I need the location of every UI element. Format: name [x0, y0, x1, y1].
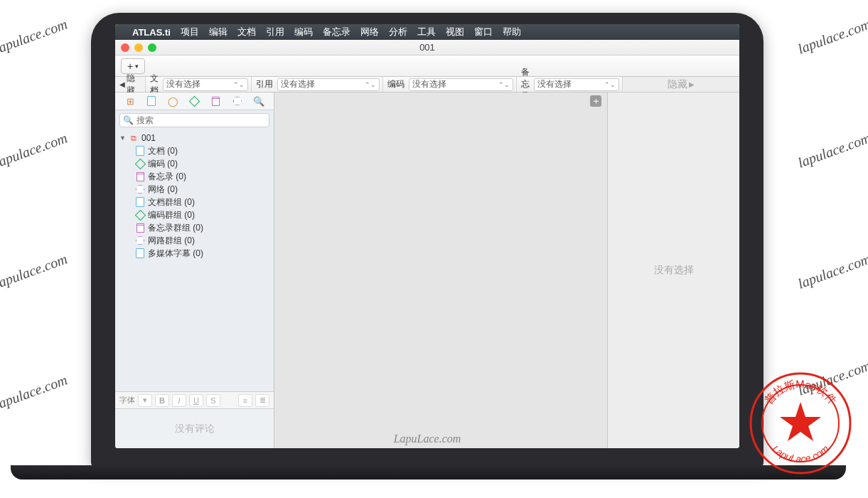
- watermark: lapulace.com: [795, 16, 868, 57]
- search-input-wrap[interactable]: 🔍: [119, 113, 269, 127]
- align-button[interactable]: ≣: [255, 394, 269, 407]
- tree-item[interactable]: 编码群组 (0): [119, 208, 274, 221]
- menu-item[interactable]: 分析: [389, 26, 407, 38]
- menu-item[interactable]: 帮助: [503, 26, 521, 38]
- tree-item[interactable]: 文档 (0): [119, 144, 274, 157]
- svg-point-1: [762, 385, 839, 462]
- chevron-down-icon: ▾: [135, 63, 139, 70]
- chevron-right-icon: ▶: [689, 80, 695, 88]
- project-icon: ⧉: [129, 133, 139, 143]
- project-tree: ▼ ⧉ 001 文档 (0)编码 (0)备忘录 (0)网络 (0)文档群组 (0…: [115, 130, 274, 391]
- menu-item[interactable]: 引用: [266, 26, 284, 38]
- font-select[interactable]: ▾: [138, 394, 152, 407]
- disclosure-icon[interactable]: ▼: [119, 134, 126, 142]
- svg-point-0: [751, 374, 850, 473]
- selector-value: 没有选择: [537, 78, 572, 90]
- add-tab-button[interactable]: ＋: [590, 95, 601, 107]
- tree-item-label: 编码群组 (0): [148, 209, 195, 221]
- svg-marker-4: [780, 402, 821, 441]
- tree-item-label: 多媒体字幕 (0): [148, 248, 203, 260]
- hide-left-button[interactable]: ◀ 隐藏: [115, 77, 146, 92]
- tree-icon[interactable]: ⊞: [124, 95, 136, 107]
- selector-docs[interactable]: 文档 没有选择⌃⌄: [146, 77, 252, 92]
- add-button[interactable]: + ▾: [121, 58, 145, 74]
- search-input[interactable]: [136, 115, 266, 125]
- doc-filter-icon[interactable]: [145, 95, 158, 107]
- app-name[interactable]: ATLAS.ti: [132, 27, 171, 38]
- chevron-updown-icon: ⌃⌄: [233, 81, 245, 88]
- tree-root-label: 001: [141, 133, 156, 143]
- underline-button[interactable]: U: [189, 394, 203, 407]
- hide-label: 隐藏: [668, 78, 687, 91]
- menu-item[interactable]: 编辑: [209, 26, 227, 38]
- minimize-icon[interactable]: [134, 43, 143, 52]
- bold-button[interactable]: B: [155, 394, 169, 407]
- memo-filter-icon[interactable]: [210, 95, 223, 107]
- tree-item-label: 备忘录 (0): [148, 171, 186, 183]
- tree-item-icon: [135, 159, 145, 169]
- network-filter-icon[interactable]: [231, 95, 244, 107]
- menu-item[interactable]: 视图: [446, 26, 464, 38]
- font-toolbar: 字体 ▾ B I U S ≡ ≣: [115, 391, 274, 408]
- search-icon: 🔍: [123, 115, 134, 125]
- tree-item[interactable]: 备忘录 (0): [119, 170, 274, 183]
- watermark: lapulace.com: [0, 129, 70, 171]
- tree-root[interactable]: ▼ ⧉ 001: [119, 132, 274, 144]
- strike-button[interactable]: S: [206, 394, 220, 407]
- font-label: 字体: [119, 395, 135, 406]
- menu-item[interactable]: 文档: [237, 26, 256, 38]
- center-panel: ＋: [274, 92, 607, 448]
- right-panel: 没有选择: [607, 92, 739, 448]
- selector-value: 没有选择: [166, 78, 200, 90]
- quote-filter-icon[interactable]: ◯: [166, 95, 179, 107]
- screen: ATLAS.ti 项目 编辑 文档 引用 编码 备忘录 网络 分析 工具 视图 …: [115, 24, 739, 448]
- tree-item[interactable]: 编码 (0): [119, 157, 274, 170]
- sidebar-filter-row: ⊞ ◯ 🔍: [115, 92, 274, 110]
- plus-icon: +: [127, 60, 133, 72]
- list-button[interactable]: ≡: [238, 394, 252, 407]
- zoom-icon[interactable]: [148, 43, 156, 52]
- body: ⊞ ◯ 🔍 🔍 ▼ ⧉ 001: [115, 92, 739, 448]
- footer-watermark: LapuLace.com: [115, 433, 739, 445]
- watermark: lapulace.com: [795, 357, 868, 398]
- svg-text:普拉斯Mac软件: 普拉斯Mac软件: [762, 378, 840, 406]
- menu-item[interactable]: 编码: [294, 26, 313, 38]
- tree-item-label: 文档 (0): [148, 145, 178, 157]
- tree-item-label: 网路群组 (0): [148, 235, 195, 247]
- watermark: lapulace.com: [795, 129, 868, 171]
- tree-item[interactable]: 网路群组 (0): [119, 234, 274, 247]
- menu-item[interactable]: 网络: [360, 26, 379, 38]
- selector-bar: ◀ 隐藏 文档 没有选择⌃⌄ 引用 没有选择⌃⌄ 编码 没有选择⌃⌄ 备忘录 没…: [115, 77, 739, 92]
- selector-label: 引用: [252, 78, 277, 90]
- window-titlebar: 001: [115, 40, 739, 55]
- menu-item[interactable]: 窗口: [474, 26, 493, 38]
- close-icon[interactable]: [121, 43, 129, 52]
- hide-right-button[interactable]: 隐藏 ▶: [622, 77, 739, 92]
- right-empty-label: 没有选择: [654, 264, 694, 277]
- menu-item[interactable]: 工具: [417, 26, 436, 38]
- tree-item[interactable]: 多媒体字幕 (0): [119, 247, 274, 260]
- selector-codes[interactable]: 编码 没有选择⌃⌄: [383, 77, 517, 92]
- selector-memos[interactable]: 备忘录 没有选择⌃⌄: [517, 77, 622, 92]
- italic-button[interactable]: I: [172, 394, 186, 407]
- tree-item[interactable]: 文档群组 (0): [119, 196, 274, 208]
- code-filter-icon[interactable]: [188, 95, 200, 107]
- sidebar: ⊞ ◯ 🔍 🔍 ▼ ⧉ 001: [115, 92, 274, 448]
- watermark: lapulace.com: [0, 16, 70, 57]
- chevron-updown-icon: ⌃⌄: [365, 81, 376, 88]
- tree-item-label: 网络 (0): [148, 184, 178, 196]
- tree-item[interactable]: 网络 (0): [119, 183, 274, 196]
- tree-item[interactable]: 备忘录群组 (0): [119, 221, 274, 234]
- menu-item[interactable]: 项目: [181, 26, 199, 38]
- selector-label: 编码: [383, 78, 409, 90]
- tree-item-icon: [135, 197, 145, 207]
- search-icon[interactable]: 🔍: [252, 95, 265, 107]
- watermark: lapulace.com: [795, 250, 868, 292]
- selector-quotes[interactable]: 引用 没有选择⌃⌄: [252, 77, 383, 92]
- chevron-updown-icon: ⌃⌄: [498, 81, 510, 88]
- laptop-frame: ATLAS.ti 项目 编辑 文档 引用 编码 备忘录 网络 分析 工具 视图 …: [91, 13, 763, 468]
- menu-item[interactable]: 备忘录: [323, 26, 350, 38]
- toolbar: + ▾: [115, 55, 739, 77]
- selector-value: 没有选择: [281, 78, 315, 90]
- svg-text:LapuLace.com: LapuLace.com: [770, 443, 831, 465]
